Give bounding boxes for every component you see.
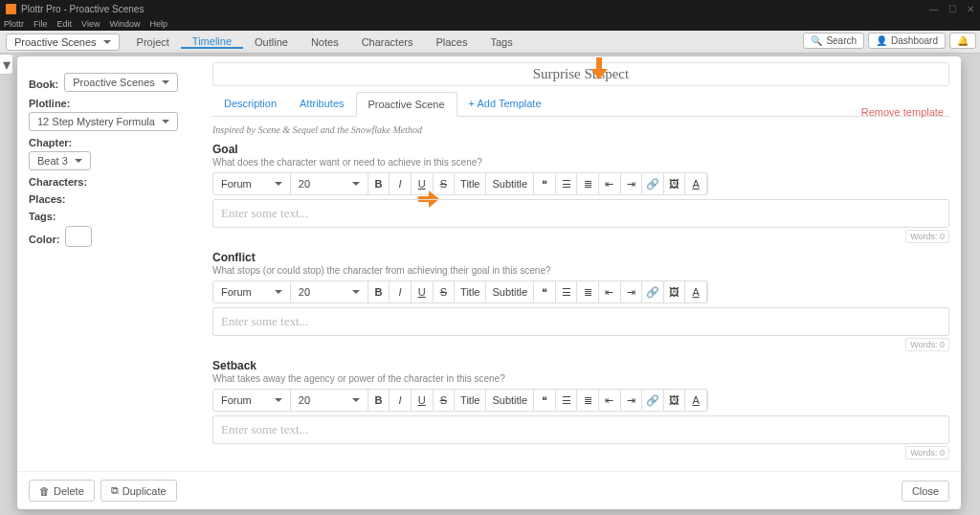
image-icon[interactable]: 🖼: [664, 390, 686, 411]
numbered-list-icon[interactable]: ≣: [577, 281, 599, 302]
tab-notes[interactable]: Notes: [300, 35, 350, 49]
subtitle-style-button[interactable]: Subtitle: [486, 281, 534, 302]
outdent-icon[interactable]: ⇤: [599, 390, 621, 411]
tab-characters[interactable]: Characters: [350, 35, 425, 49]
bullet-list-icon[interactable]: ☰: [556, 173, 578, 194]
image-icon[interactable]: 🖼: [664, 173, 686, 194]
goal-editor[interactable]: Enter some text...: [212, 199, 949, 228]
subtab-proactive-scene[interactable]: Proactive Scene: [356, 92, 457, 117]
subtitle-style-button[interactable]: Subtitle: [486, 390, 534, 411]
subtitle-style-button[interactable]: Subtitle: [486, 173, 534, 194]
plotline-dropdown[interactable]: 12 Step Mystery Formula: [29, 112, 178, 131]
outdent-icon[interactable]: ⇤: [599, 281, 621, 302]
bullet-list-icon[interactable]: ☰: [556, 390, 578, 411]
setback-editor[interactable]: Enter some text...: [212, 415, 949, 444]
bell-icon: 🔔: [957, 35, 969, 46]
title-style-button[interactable]: Title: [455, 390, 486, 411]
italic-icon[interactable]: I: [390, 281, 412, 302]
tab-project[interactable]: Project: [125, 35, 181, 49]
menu-window[interactable]: Window: [109, 19, 140, 29]
conflict-hint: What stops (or could stop) the character…: [212, 265, 949, 276]
window-titlebar: Plottr Pro - Proactive Scenes — ☐ ✕: [0, 0, 980, 17]
title-style-button[interactable]: Title: [455, 281, 486, 302]
numbered-list-icon[interactable]: ≣: [577, 173, 599, 194]
link-icon[interactable]: 🔗: [642, 173, 664, 194]
menu-bar: Plottr File Edit View Window Help: [0, 17, 980, 31]
indent-icon[interactable]: ⇥: [621, 173, 643, 194]
outdent-icon[interactable]: ⇤: [599, 173, 621, 194]
close-label: Close: [912, 485, 939, 497]
duplicate-button[interactable]: ⧉ Duplicate: [100, 480, 177, 502]
menu-help[interactable]: Help: [149, 19, 167, 29]
tab-outline[interactable]: Outline: [243, 35, 300, 49]
fontsize-dropdown[interactable]: 20: [291, 173, 368, 194]
template-source-text: Inspired by Scene & Sequel and the Snowf…: [212, 124, 949, 135]
subtab-description[interactable]: Description: [212, 92, 288, 116]
indent-icon[interactable]: ⇥: [621, 281, 643, 302]
fontsize-value: 20: [299, 286, 310, 298]
remove-template-link[interactable]: Remove template: [861, 106, 944, 118]
color-swatch[interactable]: [65, 226, 92, 247]
font-dropdown[interactable]: Forum: [213, 281, 291, 302]
menu-view[interactable]: View: [81, 19, 100, 29]
filter-button[interactable]: ▾: [0, 54, 13, 75]
goal-hint: What does the character want or need to …: [212, 157, 949, 168]
italic-icon[interactable]: I: [390, 390, 412, 411]
underline-icon[interactable]: U: [412, 390, 434, 411]
menu-file[interactable]: File: [33, 19, 48, 29]
book-value: Proactive Scenes: [73, 77, 155, 88]
quote-icon[interactable]: ❝: [534, 173, 556, 194]
window-minimize-icon[interactable]: —: [929, 4, 939, 14]
window-close-icon[interactable]: ✕: [967, 4, 974, 14]
link-icon[interactable]: 🔗: [642, 281, 664, 302]
textcolor-icon[interactable]: A: [685, 390, 707, 411]
bold-icon[interactable]: B: [368, 173, 390, 194]
fontsize-dropdown[interactable]: 20: [291, 390, 368, 411]
places-label: Places:: [29, 193, 197, 205]
delete-label: Delete: [54, 485, 84, 497]
font-dropdown[interactable]: Forum: [213, 173, 291, 194]
copy-icon: ⧉: [111, 484, 119, 497]
textcolor-icon[interactable]: A: [685, 173, 707, 194]
bullet-list-icon[interactable]: ☰: [556, 281, 578, 302]
strike-icon[interactable]: S: [434, 281, 456, 302]
link-icon[interactable]: 🔗: [642, 390, 664, 411]
conflict-title: Conflict: [212, 251, 949, 264]
bold-icon[interactable]: B: [368, 390, 390, 411]
delete-button[interactable]: 🗑 Delete: [29, 480, 95, 502]
italic-icon[interactable]: I: [390, 173, 412, 194]
tab-timeline[interactable]: Timeline: [181, 35, 243, 49]
tab-places[interactable]: Places: [424, 35, 479, 49]
menu-plottr[interactable]: Plottr: [4, 19, 24, 29]
numbered-list-icon[interactable]: ≣: [577, 390, 599, 411]
indent-icon[interactable]: ⇥: [621, 390, 643, 411]
scene-title-input[interactable]: Surprise Suspect: [212, 62, 949, 86]
quote-icon[interactable]: ❝: [534, 390, 556, 411]
quote-icon[interactable]: ❝: [534, 281, 556, 302]
fontsize-dropdown[interactable]: 20: [291, 281, 368, 302]
setback-hint: What takes away the agency or power of t…: [212, 373, 949, 384]
navbar-book-label: Proactive Scenes: [14, 36, 97, 48]
underline-icon[interactable]: U: [412, 281, 434, 302]
book-dropdown[interactable]: Proactive Scenes: [64, 73, 178, 92]
subtab-add-template[interactable]: + Add Template: [457, 92, 553, 116]
dashboard-button[interactable]: 👤 Dashboard: [868, 33, 946, 49]
menu-edit[interactable]: Edit: [57, 19, 73, 29]
notifications-button[interactable]: 🔔: [949, 33, 976, 49]
font-dropdown[interactable]: Forum: [213, 390, 291, 411]
textcolor-icon[interactable]: A: [685, 281, 707, 302]
search-button[interactable]: 🔍 Search: [803, 33, 864, 49]
chapter-dropdown[interactable]: Beat 3: [29, 151, 91, 170]
window-maximize-icon[interactable]: ☐: [948, 4, 957, 14]
tab-tags[interactable]: Tags: [479, 35, 523, 49]
bold-icon[interactable]: B: [368, 281, 390, 302]
subtab-attributes[interactable]: Attributes: [288, 92, 355, 116]
conflict-editor[interactable]: Enter some text...: [212, 307, 949, 336]
strike-icon[interactable]: S: [434, 390, 456, 411]
section-conflict: Conflict What stops (or could stop) the …: [212, 251, 949, 351]
app-icon: [6, 4, 16, 14]
close-button[interactable]: Close: [902, 481, 949, 502]
navbar-book-dropdown[interactable]: Proactive Scenes: [6, 34, 120, 51]
title-style-button[interactable]: Title: [455, 173, 486, 194]
image-icon[interactable]: 🖼: [664, 281, 686, 302]
